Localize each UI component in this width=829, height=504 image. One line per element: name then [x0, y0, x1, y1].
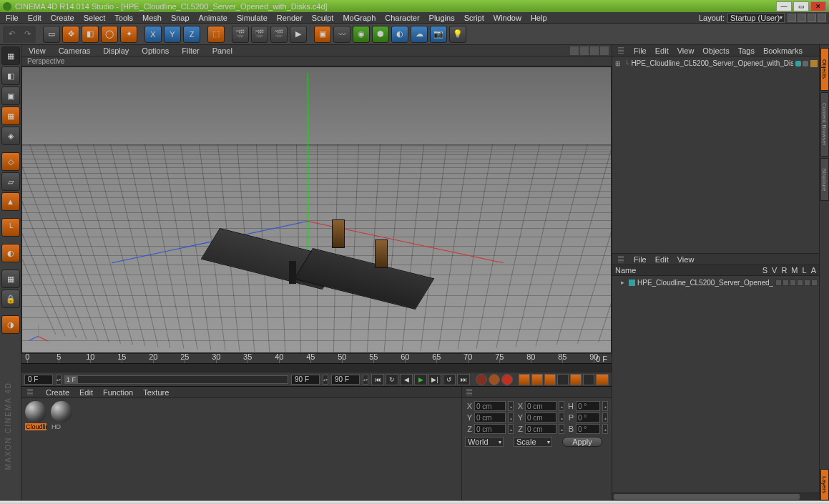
panel-grip-icon[interactable]	[618, 47, 624, 54]
vp-view[interactable]: View	[29, 46, 46, 55]
panel-grip-icon[interactable]	[466, 389, 472, 396]
menu-file[interactable]: File	[6, 14, 19, 22]
goto-start-button[interactable]: ⏮	[371, 374, 384, 385]
deformer-tool[interactable]: ◐	[391, 26, 408, 43]
size-z[interactable]: 0 cm	[525, 424, 556, 434]
model-mode[interactable]: ◧	[1, 66, 20, 85]
obj-tags[interactable]: Tags	[738, 46, 755, 55]
redo-button[interactable]: ↷	[20, 27, 34, 41]
tab-objects[interactable]: Objects	[820, 48, 829, 91]
snap-settings[interactable]: 🔒	[1, 290, 20, 308]
attr-flag-v[interactable]	[783, 280, 789, 286]
timeline-track[interactable]	[21, 363, 612, 372]
x-axis-lock[interactable]: X	[144, 26, 162, 43]
obj-objects[interactable]: Objects	[702, 46, 729, 55]
vp-nav-2[interactable]	[580, 46, 589, 55]
select-tool[interactable]: ▭	[43, 26, 60, 43]
rot-p-spin[interactable]: ▴	[602, 412, 608, 423]
goto-end-button[interactable]: ⏭	[457, 374, 470, 385]
menu-select[interactable]: Select	[84, 14, 106, 22]
scale-tool[interactable]: ◧	[82, 26, 99, 43]
rot-h-spin[interactable]: ▴	[602, 401, 608, 411]
camera-tool[interactable]: 📷	[430, 26, 447, 43]
menu-plugins[interactable]: Plugins	[429, 14, 455, 22]
snap-toggle[interactable]: ▦	[1, 270, 20, 288]
maximize-button[interactable]: ▭	[793, 1, 809, 11]
nurbs-tool[interactable]: ◉	[353, 26, 370, 43]
pos-x-spin[interactable]: ▴	[508, 401, 514, 411]
render-picture[interactable]: ▶	[290, 26, 307, 43]
render-view[interactable]: 🎬	[232, 26, 249, 43]
z-axis-lock[interactable]: Z	[183, 26, 200, 43]
material-slot-0[interactable]: Cloudlin	[24, 401, 47, 430]
menu-script[interactable]: Script	[464, 14, 484, 22]
coord-mode-select[interactable]: Scale	[514, 437, 552, 447]
frame-end-b[interactable]: 90 F	[331, 375, 360, 385]
pos-z[interactable]: 0 cm	[474, 424, 506, 434]
menu-render[interactable]: Render	[277, 14, 303, 22]
frame-start[interactable]: 0 F	[24, 375, 53, 385]
timeline-ruler[interactable]: 0 F 051015202530354045505560657075808590	[21, 353, 612, 363]
size-x-spin[interactable]: ▴	[559, 401, 564, 411]
next-frame-button[interactable]: ▶|	[428, 374, 441, 385]
object-mode[interactable]: ▣	[1, 87, 20, 105]
menu-help[interactable]: Help	[531, 14, 547, 22]
minimize-button[interactable]: —	[776, 1, 792, 11]
menu-animate[interactable]: Animate	[199, 14, 227, 22]
size-y-spin[interactable]: ▴	[559, 412, 564, 423]
vp-display[interactable]: Display	[103, 46, 129, 55]
spline-tool[interactable]: 〰	[333, 26, 350, 43]
move-tool[interactable]: ✥	[62, 26, 79, 43]
pos-y-spin[interactable]: ▴	[508, 412, 514, 423]
viewport-solo[interactable]: ◐	[1, 244, 20, 262]
edges-mode[interactable]: ▱	[1, 172, 20, 191]
timeline-slider[interactable]: 1 F	[64, 375, 288, 384]
array-tool[interactable]: ⬢	[372, 26, 389, 43]
layout-icon-2[interactable]	[798, 14, 806, 22]
make-editable[interactable]: ▦	[1, 46, 20, 65]
render-region[interactable]: 🎬	[251, 26, 268, 43]
col-m[interactable]: M	[791, 266, 798, 275]
obj-file[interactable]: File	[634, 46, 647, 55]
layer-color-icon[interactable]	[629, 280, 635, 286]
menu-tools[interactable]: Tools	[114, 14, 133, 22]
coord-system[interactable]: ⬚	[207, 26, 225, 43]
frame-end-b-spin[interactable]: ▴▾	[363, 375, 368, 385]
mat-texture[interactable]: Texture	[143, 388, 169, 397]
tab-content[interactable]: Content Browser	[820, 92, 829, 157]
key-param[interactable]	[557, 374, 569, 385]
viewport-3d[interactable]	[21, 66, 612, 353]
menu-window[interactable]: Window	[494, 14, 521, 22]
key-all[interactable]	[583, 374, 594, 385]
menu-simulate[interactable]: Simulate	[237, 14, 268, 22]
key-pos[interactable]	[519, 374, 530, 385]
pos-z-spin[interactable]: ▴	[508, 424, 514, 434]
layout-icon-4[interactable]	[818, 14, 826, 22]
col-l[interactable]: L	[803, 266, 807, 275]
coord-space-select[interactable]: World	[465, 437, 504, 447]
axis-mode[interactable]: └	[1, 218, 20, 237]
menu-sculpt[interactable]: Sculpt	[312, 14, 334, 22]
material-slot-1[interactable]: HD	[50, 401, 73, 430]
attr-flag-r[interactable]	[790, 280, 796, 286]
vp-options[interactable]: Options	[142, 46, 169, 55]
expand-icon[interactable]: ⊞	[615, 60, 622, 67]
key-rot[interactable]	[544, 374, 556, 385]
polygons-mode[interactable]: ▲	[1, 192, 20, 211]
size-y[interactable]: 0 cm	[525, 412, 556, 423]
panel-grip-icon[interactable]	[27, 389, 33, 396]
render-settings[interactable]: 🎬	[270, 26, 288, 43]
col-s[interactable]: S	[762, 266, 767, 275]
attr-edit[interactable]: Edit	[655, 255, 669, 264]
menu-snap[interactable]: Snap	[171, 14, 190, 22]
soft-select[interactable]: ◑	[1, 315, 20, 334]
layout-select[interactable]: Startup (User)	[727, 13, 785, 23]
vp-cameras[interactable]: Cameras	[59, 46, 91, 55]
y-axis-lock[interactable]: Y	[164, 26, 181, 43]
mat-edit[interactable]: Edit	[79, 388, 93, 397]
pos-x[interactable]: 0 cm	[474, 401, 506, 411]
key-opts[interactable]	[596, 374, 609, 385]
menu-create[interactable]: Create	[51, 14, 74, 22]
attr-flag-s[interactable]	[775, 280, 782, 286]
attr-file[interactable]: File	[634, 255, 647, 264]
